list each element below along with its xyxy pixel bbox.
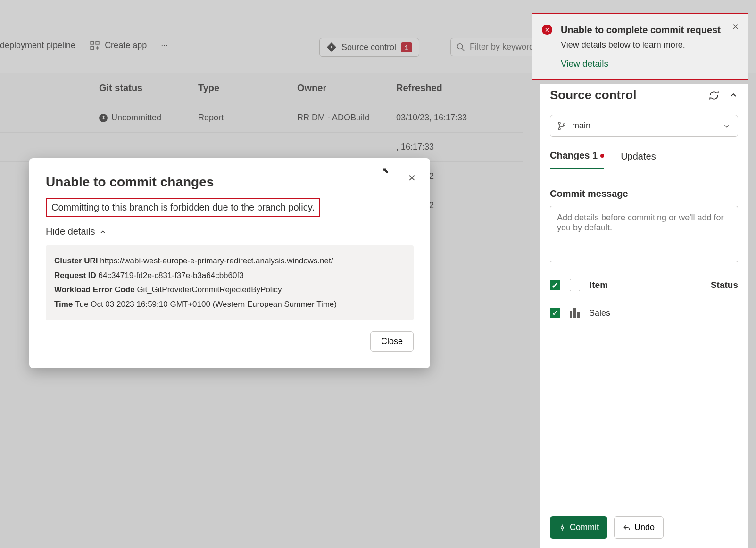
source-control-label: Source control (341, 42, 396, 52)
source-control-badge: 1 (401, 42, 412, 52)
commit-message-label: Commit message (550, 188, 738, 199)
dialog-title: Unable to commit changes (46, 175, 414, 190)
source-control-button[interactable]: Source control 1 (319, 38, 419, 57)
tab-changes-label: Changes 1 (550, 150, 598, 161)
branch-selector[interactable]: main (550, 115, 738, 137)
hide-details-toggle[interactable]: Hide details (46, 226, 414, 237)
grid-header: Git status Type Owner Refreshed (0, 73, 523, 103)
toast-body: View details below to learn more. (561, 40, 724, 50)
svg-point-7 (563, 124, 565, 126)
file-icon (570, 279, 580, 291)
undo-button[interactable]: Undo (614, 516, 664, 539)
changed-item-row[interactable]: ✓ Sales (550, 308, 738, 318)
col-item-label: Item (590, 280, 608, 290)
deployment-pipeline-link[interactable]: deployment pipeline (0, 41, 75, 51)
toast-close-icon[interactable]: ✕ (732, 22, 739, 32)
search-icon (457, 43, 465, 51)
tab-updates[interactable]: Updates (621, 150, 656, 169)
app-grid-icon (90, 40, 100, 51)
svg-rect-0 (91, 41, 94, 44)
col-git-status[interactable]: Git status (99, 83, 198, 93)
panel-tabs: Changes 1 Updates (550, 150, 738, 169)
unsynced-indicator-icon (600, 154, 604, 158)
owner-value: RR DM - ADOBuild (297, 113, 396, 123)
hide-details-label: Hide details (46, 226, 95, 237)
detail-key: Cluster URI (54, 256, 98, 265)
panel-title: Source control (550, 88, 636, 102)
more-menu[interactable]: ··· (161, 41, 168, 51)
mouse-cursor-icon: ⬉ (382, 165, 389, 176)
item-checkbox[interactable]: ✓ (550, 308, 560, 318)
error-toast: ✕ ✕ Unable to complete commit request Vi… (532, 13, 748, 80)
col-status-label: Status (711, 280, 738, 290)
close-button[interactable]: Close (370, 331, 414, 352)
detail-value: 64c34719-fd2e-c831-f37e-b3a64cbb60f3 (99, 271, 244, 280)
svg-point-3 (331, 46, 332, 48)
uncommitted-icon: ⬍ (99, 114, 108, 122)
dialog-close-icon[interactable]: ✕ (408, 172, 416, 184)
toast-title: Unable to complete commit request (561, 24, 724, 36)
filter-input[interactable]: Filter by keyword (450, 38, 545, 56)
error-dialog: Unable to commit changes ✕ Committing to… (29, 158, 430, 368)
git-status-value: Uncommitted (111, 113, 161, 123)
commit-button[interactable]: Commit (550, 516, 607, 539)
commit-icon (558, 524, 566, 531)
branch-icon (557, 121, 566, 131)
commit-message-input[interactable] (550, 206, 738, 262)
chevron-up-icon (99, 228, 107, 236)
detail-key: Workload Error Code (54, 285, 135, 294)
type-value: Report (198, 113, 297, 123)
svg-point-6 (558, 128, 560, 130)
detail-value: Tue Oct 03 2023 16:59:10 GMT+0100 (Weste… (75, 300, 337, 309)
detail-key: Time (54, 300, 73, 309)
svg-point-8 (561, 526, 564, 529)
report-icon (570, 308, 580, 318)
refresh-icon[interactable] (709, 90, 719, 101)
svg-rect-2 (91, 46, 94, 50)
refreshed-value: 03/10/23, 16:17:33 (396, 113, 495, 123)
svg-point-5 (558, 122, 560, 124)
select-all-checkbox[interactable]: ✓ (550, 280, 560, 290)
table-row[interactable]: ⬍Uncommitted Report RR DM - ADOBuild 03/… (0, 103, 523, 133)
detail-value: https://wabi-west-europe-e-primary-redir… (100, 256, 333, 265)
svg-point-4 (457, 43, 463, 49)
commit-button-label: Commit (570, 523, 599, 532)
dialog-error-message: Committing to this branch is forbidden d… (46, 198, 320, 217)
refreshed-value: , 16:17:33 (396, 142, 495, 152)
create-app-link[interactable]: Create app (90, 40, 147, 51)
filter-placeholder: Filter by keyword (470, 42, 534, 52)
chevron-down-icon (723, 122, 731, 130)
detail-value: Git_GitProviderCommitRejectedByPolicy (137, 285, 282, 294)
undo-icon (623, 524, 631, 531)
source-control-icon (326, 42, 337, 52)
items-header: ✓ Item Status (550, 279, 738, 291)
table-row[interactable]: , 16:17:33 (0, 133, 523, 162)
col-type[interactable]: Type (198, 83, 297, 93)
col-owner[interactable]: Owner (297, 83, 396, 93)
detail-key: Request ID (54, 271, 96, 280)
undo-button-label: Undo (634, 523, 655, 532)
collapse-icon[interactable] (729, 90, 738, 101)
branch-name: main (572, 121, 590, 131)
source-control-panel: Source control main Changes 1 Updates Co… (540, 84, 748, 548)
col-refreshed[interactable]: Refreshed (396, 83, 495, 93)
item-name: Sales (589, 308, 610, 318)
error-icon: ✕ (542, 25, 552, 35)
svg-rect-1 (96, 41, 99, 44)
create-app-label: Create app (105, 41, 147, 51)
error-details: Cluster URI https://wabi-west-europe-e-p… (46, 245, 414, 320)
tab-changes[interactable]: Changes 1 (550, 150, 604, 169)
view-details-link[interactable]: View details (561, 59, 608, 69)
